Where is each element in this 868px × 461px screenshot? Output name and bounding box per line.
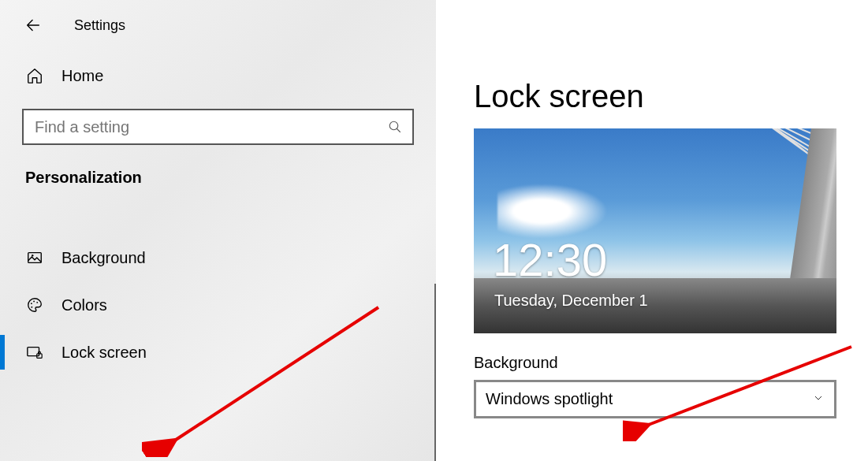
search-box[interactable]: [22, 109, 414, 145]
preview-date: Tuesday, December 1: [494, 292, 648, 310]
palette-icon: [25, 296, 44, 314]
lock-screen-preview[interactable]: 12:30 Tuesday, December 1: [474, 128, 836, 333]
svg-point-4: [31, 303, 32, 304]
sidebar: Settings Home Personalization Background: [0, 0, 436, 461]
lock-screen-icon: [25, 343, 44, 362]
sidebar-item-background[interactable]: Background: [0, 234, 436, 281]
sidebar-header: Settings: [0, 0, 436, 58]
back-button[interactable]: [24, 16, 43, 35]
nav-home[interactable]: Home: [0, 58, 436, 93]
background-label: Background: [474, 354, 836, 372]
svg-point-3: [32, 255, 33, 256]
sidebar-item-colors[interactable]: Colors: [0, 281, 436, 329]
preview-clouds: [497, 184, 608, 239]
picture-icon: [25, 248, 44, 267]
search-input[interactable]: [24, 118, 378, 136]
chevron-down-icon: [812, 390, 825, 408]
sidebar-item-label: Lock screen: [61, 344, 147, 362]
sidebar-item-label: Background: [61, 249, 146, 267]
sidebar-item-label: Colors: [61, 296, 107, 314]
page-title: Lock screen: [474, 79, 836, 114]
svg-rect-2: [28, 253, 42, 263]
home-icon: [25, 66, 44, 85]
svg-point-7: [31, 307, 32, 308]
dropdown-value: Windows spotlight: [486, 390, 613, 408]
background-dropdown[interactable]: Windows spotlight: [474, 380, 836, 418]
content: Lock screen 12:30 Tuesday, December 1 Ba…: [436, 0, 868, 461]
arrow-left-icon: [24, 17, 42, 34]
svg-line-1: [397, 128, 400, 132]
preview-time: 12:30: [493, 233, 607, 286]
app-title: Settings: [74, 17, 125, 34]
preview-cable: [577, 128, 833, 173]
nav-home-label: Home: [61, 67, 103, 85]
section-title: Personalization: [0, 169, 436, 187]
svg-point-6: [36, 302, 38, 303]
svg-point-5: [33, 301, 35, 303]
search-icon[interactable]: [378, 110, 412, 143]
nav-list: Background Colors Lock screen: [0, 234, 436, 376]
svg-point-0: [389, 121, 398, 130]
sidebar-item-lock-screen[interactable]: Lock screen: [0, 329, 436, 376]
